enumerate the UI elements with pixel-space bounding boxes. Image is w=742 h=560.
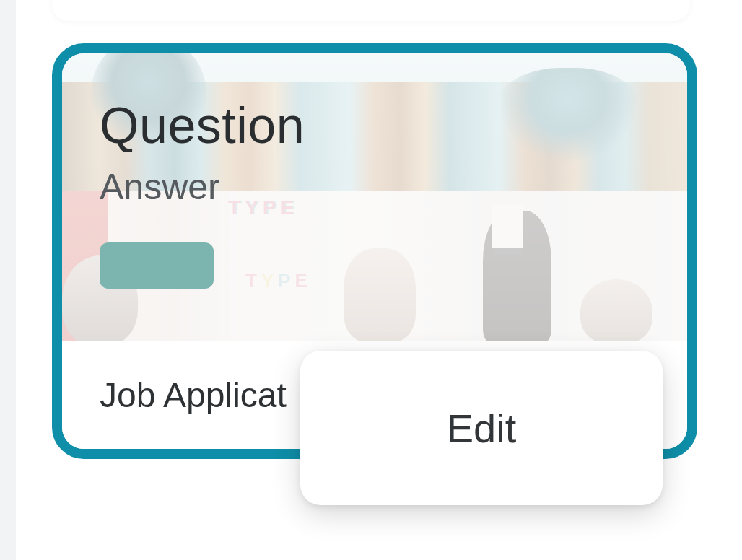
left-rail [0,0,16,560]
context-menu: Edit [300,351,663,505]
question-label: Question [100,97,650,154]
edit-menu-item[interactable]: Edit [447,405,517,452]
form-title: Job Applicat [100,375,287,415]
adjacent-card-peek [52,0,690,21]
answer-type-pill [100,242,214,289]
answer-label: Answer [100,166,650,208]
card-content: Question Answer [100,97,650,289]
